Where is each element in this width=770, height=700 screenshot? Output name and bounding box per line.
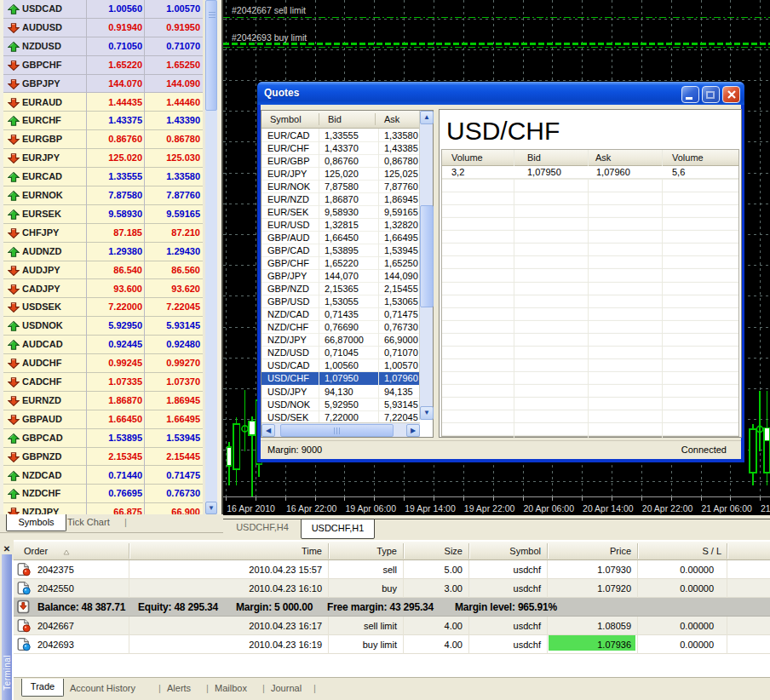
svg-text:19 Apr 06:00: 19 Apr 06:00 bbox=[346, 503, 397, 514]
svg-text:16 Apr 22:00: 16 Apr 22:00 bbox=[286, 503, 337, 514]
svg-text:19 Apr 14:00: 19 Apr 14:00 bbox=[405, 503, 456, 514]
svg-text:#2042667 sell limit: #2042667 sell limit bbox=[232, 5, 306, 15]
svg-text:21 Apr 06:00: 21 Apr 06:00 bbox=[701, 503, 752, 514]
svg-text:#2042693 buy limit: #2042693 buy limit bbox=[232, 32, 307, 43]
svg-text:20 Apr 14:00: 20 Apr 14:00 bbox=[583, 503, 634, 514]
svg-text:16 Apr 2010: 16 Apr 2010 bbox=[227, 503, 275, 514]
svg-text:20 Apr 06:00: 20 Apr 06:00 bbox=[524, 503, 575, 514]
svg-text:21: 21 bbox=[761, 503, 770, 514]
svg-text:20 Apr 22:00: 20 Apr 22:00 bbox=[642, 503, 693, 514]
svg-text:19 Apr 22:00: 19 Apr 22:00 bbox=[464, 503, 515, 514]
